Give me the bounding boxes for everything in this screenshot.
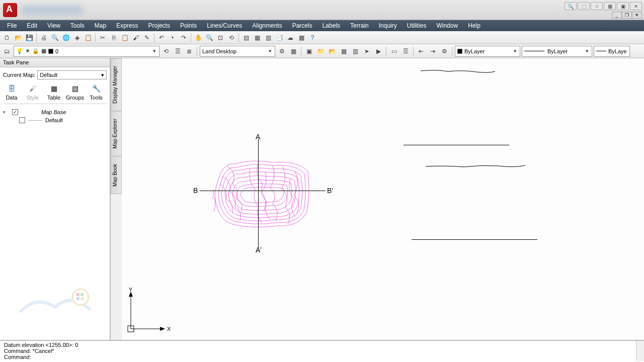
search-icon[interactable]: 🔍 xyxy=(565,2,577,10)
cmd-vscroll[interactable] xyxy=(636,341,644,361)
publish-icon[interactable]: 🌐 xyxy=(61,33,71,43)
chevron-down-icon[interactable]: ▾ xyxy=(584,48,591,54)
paintbrush-icon[interactable]: ✎ xyxy=(142,33,152,43)
save-icon[interactable]: 💾 xyxy=(24,33,34,43)
tab-tools[interactable]: 🔧Tools xyxy=(88,83,105,101)
tree-collapse-icon[interactable]: ▾ xyxy=(3,110,9,115)
quickcalc-icon[interactable]: ▩ xyxy=(296,33,306,43)
tab-groups[interactable]: ▧Groups xyxy=(66,83,84,101)
new-icon[interactable]: 🗋 xyxy=(2,33,12,43)
menu-linescurves[interactable]: Lines/Curves xyxy=(202,22,247,29)
tb-icon-7[interactable]: ▶ xyxy=(373,46,383,56)
vtab-map-explorer[interactable]: Map Explorer xyxy=(111,111,122,156)
gear-icon[interactable]: ⚙ xyxy=(277,46,287,56)
menu-tools[interactable]: Tools xyxy=(65,22,90,29)
layer-iso-icon[interactable]: ≣ xyxy=(184,46,194,56)
menu-inquiry[interactable]: Inquiry xyxy=(374,22,402,29)
minimize-button[interactable]: _ xyxy=(612,12,622,19)
tool-palette-icon[interactable]: ▥ xyxy=(263,33,273,43)
redo-icon[interactable]: ↷ xyxy=(179,33,189,43)
layer-prev-icon[interactable]: ⟲ xyxy=(161,46,171,56)
open-icon[interactable]: 📂 xyxy=(13,33,23,43)
print-preview-icon[interactable]: 🔍 xyxy=(50,33,60,43)
menu-alignments[interactable]: Alignments xyxy=(247,22,287,29)
tb-icon-5[interactable]: ▥ xyxy=(350,46,360,56)
menu-utilities[interactable]: Utilities xyxy=(402,22,432,29)
tb-icon-8[interactable]: ▭ xyxy=(389,46,399,56)
help-close-icon[interactable]: ✕ xyxy=(630,2,642,10)
menu-file[interactable]: File xyxy=(2,22,22,29)
lineweight-combo[interactable]: ByLaye xyxy=(594,46,630,57)
tree-child[interactable]: Default xyxy=(19,116,107,124)
menu-labels[interactable]: Labels xyxy=(317,22,345,29)
menu-view[interactable]: View xyxy=(42,22,65,29)
tb-icon-3[interactable]: 📂 xyxy=(327,46,337,56)
menu-projects[interactable]: Projects xyxy=(143,22,175,29)
help-icon[interactable]: ? xyxy=(307,33,317,43)
markup-icon[interactable]: ☁ xyxy=(285,33,295,43)
tab-table[interactable]: ▦Table xyxy=(45,83,62,101)
tb-gear-icon[interactable]: ⚙ xyxy=(439,46,449,56)
menu-map[interactable]: Map xyxy=(90,22,111,29)
match-icon[interactable]: 🖌 xyxy=(131,33,141,43)
undo-dd-icon[interactable]: ▼ xyxy=(168,33,178,43)
design-center-icon[interactable]: ▦ xyxy=(252,33,262,43)
pan-icon[interactable]: ✋ xyxy=(193,33,203,43)
sheet-icon[interactable]: 📋 xyxy=(83,33,93,43)
ws-save-icon[interactable]: ▦ xyxy=(288,46,298,56)
tb-tool3-icon[interactable]: ▣ xyxy=(617,2,629,10)
tb-icon-2[interactable]: 📁 xyxy=(315,46,326,56)
tab-style[interactable]: 🖌Style xyxy=(24,83,41,101)
tb-icon-11[interactable]: ⇥ xyxy=(428,46,438,56)
menu-parcels[interactable]: Parcels xyxy=(287,22,317,29)
layer-combo[interactable]: 💡 ☀ 🔒 ▦ 0 ▾ xyxy=(14,46,159,57)
tree-root[interactable]: ▾ ✓ Map Base xyxy=(3,108,107,116)
zoom-window-icon[interactable]: ⊡ xyxy=(215,33,225,43)
sun-icon: ☀ xyxy=(25,48,30,54)
paste-icon[interactable]: 📋 xyxy=(120,33,130,43)
tb-tool1-icon[interactable]: ⬚ xyxy=(578,2,590,10)
menu-window[interactable]: Window xyxy=(431,22,463,29)
tb-tool2-icon[interactable]: ▦ xyxy=(604,2,616,10)
vtab-display-manager[interactable]: Display Manager xyxy=(111,58,122,111)
tb-icon-9[interactable]: ☰ xyxy=(400,46,411,56)
tb-icon-10[interactable]: ⇤ xyxy=(416,46,426,56)
copy-icon[interactable]: ⎘ xyxy=(109,33,119,43)
cmd-prompt[interactable]: Command: xyxy=(4,354,640,360)
menu-points[interactable]: Points xyxy=(175,22,202,29)
zoom-prev-icon[interactable]: ⟲ xyxy=(226,33,236,43)
menu-help[interactable]: Help xyxy=(463,22,486,29)
zoom-icon[interactable]: 🔍 xyxy=(204,33,214,43)
chevron-down-icon[interactable]: ▾ xyxy=(151,48,158,54)
menu-terrain[interactable]: Terrain xyxy=(345,22,374,29)
properties-icon[interactable]: ▤ xyxy=(241,33,251,43)
color-combo[interactable]: ByLayer ▾ xyxy=(455,46,520,57)
menu-edit[interactable]: Edit xyxy=(22,22,42,29)
maximize-button[interactable]: ❐ xyxy=(622,12,632,19)
tb-icon-4[interactable]: ▦ xyxy=(339,46,349,56)
checkbox-mapbase[interactable]: ✓ xyxy=(12,109,18,115)
tb-icon-1[interactable]: ▣ xyxy=(304,46,314,56)
tb-icon-6[interactable]: ➤ xyxy=(362,46,372,56)
chevron-down-icon[interactable]: ▾ xyxy=(267,48,274,54)
sheet-set-icon[interactable]: 📑 xyxy=(274,33,284,43)
vtab-map-book[interactable]: Map Book xyxy=(111,156,122,194)
menu-express[interactable]: Express xyxy=(111,22,143,29)
command-line[interactable]: Datum elevation <1255.00>: 0 Command: *C… xyxy=(0,340,644,362)
layer-states-icon[interactable]: ☰ xyxy=(173,46,183,56)
close-button[interactable]: ✕ xyxy=(632,12,642,19)
undo-icon[interactable]: ↶ xyxy=(156,33,167,43)
layer-manager-icon[interactable]: 🗂 xyxy=(2,46,12,56)
linetype-combo[interactable]: ByLayer ▾ xyxy=(522,46,592,57)
cut-icon[interactable]: ✂ xyxy=(98,33,108,43)
workspace-combo[interactable]: Land Desktop ▾ xyxy=(200,46,275,57)
print-icon[interactable]: 🖨 xyxy=(39,33,49,43)
chevron-down-icon[interactable]: ▾ xyxy=(512,48,519,54)
plot-icon[interactable]: ◈ xyxy=(72,33,82,43)
chevron-down-icon[interactable]: ▾ xyxy=(101,72,104,78)
checkbox-default[interactable] xyxy=(19,117,25,123)
tab-data[interactable]: 🗄Data xyxy=(3,83,20,101)
star-icon[interactable]: ☆ xyxy=(591,2,603,10)
current-map-combo[interactable]: Default ▾ xyxy=(37,70,107,79)
drawing-canvas[interactable]: A A' B B' X Y xyxy=(122,58,644,340)
